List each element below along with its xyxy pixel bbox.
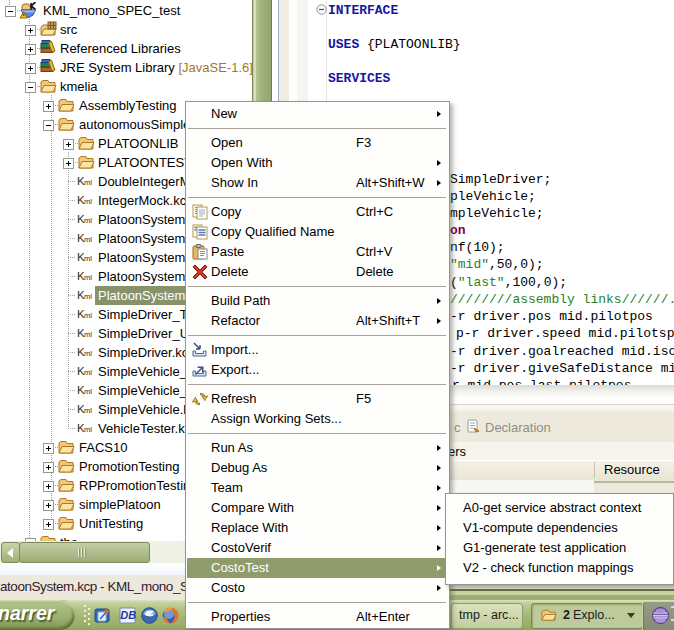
svg-text:ml: ml [84, 216, 92, 225]
svg-text:ml: ml [84, 368, 92, 377]
svg-text:ml: ml [84, 330, 92, 339]
svg-text:ml: ml [84, 349, 92, 358]
svg-text:ml: ml [84, 178, 92, 187]
svg-text:ml: ml [84, 406, 92, 415]
svg-text:DB: DB [120, 609, 136, 621]
svg-text:ml: ml [84, 311, 92, 320]
svg-text:ml: ml [84, 235, 92, 244]
svg-text:ml: ml [84, 387, 92, 396]
svg-text:ml: ml [84, 425, 92, 434]
svg-text:ml: ml [84, 254, 92, 263]
svg-text:ml: ml [84, 292, 92, 301]
svg-text:ml: ml [84, 197, 92, 206]
svg-text:ml: ml [84, 273, 92, 282]
